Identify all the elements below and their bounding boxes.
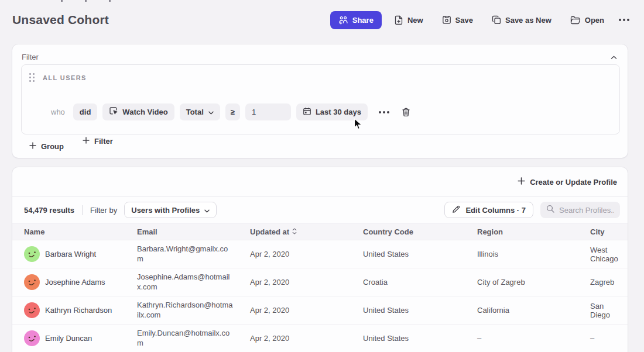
region-cell: – bbox=[465, 325, 578, 352]
save-label: Save bbox=[455, 16, 473, 25]
email-cell-value: Barbara.Wright@gmailx.com bbox=[137, 244, 234, 264]
plus-icon bbox=[518, 177, 525, 187]
email-cell-value: Kathryn.Richardson@hotmailx.com bbox=[137, 301, 234, 320]
updated-at-cell-value: Apr 2, 2020 bbox=[250, 250, 289, 258]
edit-columns-label: Edit Columns · 7 bbox=[465, 206, 526, 215]
save-icon bbox=[442, 15, 451, 25]
country-code-cell-value: United States bbox=[363, 334, 409, 343]
open-button[interactable]: Open bbox=[564, 12, 611, 29]
save-as-new-button[interactable]: Save as New bbox=[485, 11, 558, 29]
table-body: Barbara WrightBarbara.Wright@gmailx.comA… bbox=[12, 240, 628, 352]
operator-label: ≥ bbox=[231, 108, 235, 116]
city-cell: San Diego bbox=[578, 296, 628, 324]
country-code-cell: United States bbox=[351, 240, 465, 268]
updated-at-cell-value: Apr 2, 2020 bbox=[250, 278, 289, 287]
column-header-label: Region bbox=[477, 227, 503, 236]
city-cell-value: – bbox=[590, 334, 594, 343]
region-cell: California bbox=[465, 296, 578, 324]
email-cell: Barbara.Wright@gmailx.com bbox=[125, 240, 238, 268]
page-title: Unsaved Cohort bbox=[12, 13, 109, 27]
table-row[interactable]: Josephine AdamsJosephine.Adams@hotmailx.… bbox=[12, 268, 628, 296]
updated-at-cell-value: Apr 2, 2020 bbox=[250, 306, 289, 315]
region-cell-value: City of Zagreb bbox=[477, 278, 525, 287]
clause-more-options-icon[interactable] bbox=[375, 109, 393, 116]
name-cell[interactable]: Barbara Wright bbox=[12, 240, 125, 268]
threshold-value: 1 bbox=[252, 108, 256, 116]
country-code-cell-value: Croatia bbox=[363, 278, 388, 287]
collapse-chevron-up-icon[interactable] bbox=[609, 50, 618, 63]
profile-filter-value: Users with Profiles bbox=[131, 206, 200, 215]
operator-selector[interactable]: ≥ bbox=[225, 103, 240, 120]
email-cell-value: Emily.Duncan@hotmailx.com bbox=[137, 329, 234, 348]
more-options-icon[interactable] bbox=[616, 15, 632, 25]
chevron-down-icon bbox=[208, 108, 214, 116]
city-cell: West Chicago bbox=[578, 240, 628, 268]
search-icon bbox=[546, 205, 554, 215]
new-button[interactable]: New bbox=[388, 11, 430, 29]
profile-name: Barbara Wright bbox=[45, 250, 96, 258]
aggregation-selector[interactable]: Total bbox=[180, 103, 220, 120]
email-cell-value: Josephine.Adams@hotmailx.com bbox=[137, 272, 234, 292]
cohort-group-box: ALL USERS who did Watch Video Total bbox=[21, 64, 620, 134]
name-cell[interactable]: Josephine Adams bbox=[12, 268, 125, 296]
avatar bbox=[24, 274, 40, 290]
column-header-city[interactable]: City bbox=[578, 223, 628, 240]
page-header: Unsaved Cohort Share New bbox=[12, 7, 632, 33]
column-header-country-code[interactable]: Country Code bbox=[351, 223, 465, 240]
email-cell: Josephine.Adams@hotmailx.com bbox=[125, 268, 238, 296]
create-profile-label: Create or Update Profile bbox=[530, 178, 617, 187]
column-header-label: Email bbox=[137, 227, 157, 236]
edit-columns-button[interactable]: Edit Columns · 7 bbox=[444, 202, 533, 218]
profile-filter-dropdown[interactable]: Users with Profiles bbox=[124, 202, 217, 218]
who-label: who bbox=[51, 108, 65, 116]
event-icon bbox=[109, 106, 118, 118]
did-label: did bbox=[80, 108, 91, 116]
country-code-cell: United States bbox=[351, 325, 465, 352]
create-or-update-profile-button[interactable]: Create or Update Profile bbox=[518, 177, 617, 187]
aggregation-label: Total bbox=[186, 108, 204, 116]
email-cell: Kathryn.Richardson@hotmailx.com bbox=[125, 296, 238, 324]
search-profiles-input[interactable] bbox=[559, 206, 614, 215]
column-header-label: Country Code bbox=[363, 227, 413, 236]
table-row[interactable]: Barbara WrightBarbara.Wright@gmailx.comA… bbox=[12, 240, 628, 268]
updated-at-cell: Apr 2, 2020 bbox=[238, 268, 351, 296]
profile-name: Kathryn Richardson bbox=[45, 306, 112, 315]
column-header-email[interactable]: Email bbox=[125, 223, 238, 240]
share-button[interactable]: Share bbox=[330, 11, 382, 29]
plus-icon bbox=[83, 137, 90, 146]
plus-icon bbox=[29, 142, 36, 151]
date-range-selector[interactable]: Last 30 days bbox=[296, 103, 368, 120]
column-header-label: City bbox=[590, 227, 605, 236]
chevron-down-icon bbox=[204, 206, 210, 215]
save-button[interactable]: Save bbox=[436, 11, 479, 29]
avatar bbox=[24, 302, 40, 318]
region-cell-value: California bbox=[477, 306, 509, 315]
search-profiles-box[interactable] bbox=[540, 202, 620, 218]
new-document-icon bbox=[394, 15, 403, 25]
delete-clause-trash-icon[interactable] bbox=[398, 105, 414, 119]
profiles-panel: Create or Update Profile 54,479 results … bbox=[12, 167, 628, 352]
name-cell[interactable]: Emily Duncan bbox=[12, 325, 125, 352]
folder-icon bbox=[570, 16, 581, 25]
threshold-input[interactable]: 1 bbox=[245, 103, 291, 120]
country-code-cell: Croatia bbox=[351, 268, 465, 296]
column-header-updated-at[interactable]: Updated at bbox=[238, 223, 351, 240]
column-header-region[interactable]: Region bbox=[465, 223, 578, 240]
city-cell-value: San Diego bbox=[590, 302, 623, 319]
new-label: New bbox=[407, 16, 423, 25]
drag-handle-icon[interactable] bbox=[29, 73, 35, 82]
avatar bbox=[24, 330, 40, 346]
add-group-button[interactable]: Group bbox=[29, 142, 64, 151]
name-cell[interactable]: Kathryn Richardson bbox=[12, 296, 125, 324]
event-selector[interactable]: Watch Video bbox=[102, 103, 174, 120]
table-row[interactable]: Emily DuncanEmily.Duncan@hotmailx.comApr… bbox=[12, 325, 628, 352]
column-header-name[interactable]: Name bbox=[12, 223, 125, 240]
results-count: 54,479 results bbox=[24, 206, 74, 215]
filter-panel-title: Filter bbox=[22, 53, 39, 61]
did-selector[interactable]: did bbox=[73, 103, 98, 120]
add-filter-button[interactable]: Filter bbox=[83, 137, 113, 146]
sort-icon[interactable] bbox=[292, 227, 297, 236]
table-row[interactable]: Kathryn RichardsonKathryn.Richardson@hot… bbox=[12, 296, 628, 325]
open-label: Open bbox=[585, 16, 604, 25]
filter-by-label: Filter by bbox=[90, 206, 117, 215]
